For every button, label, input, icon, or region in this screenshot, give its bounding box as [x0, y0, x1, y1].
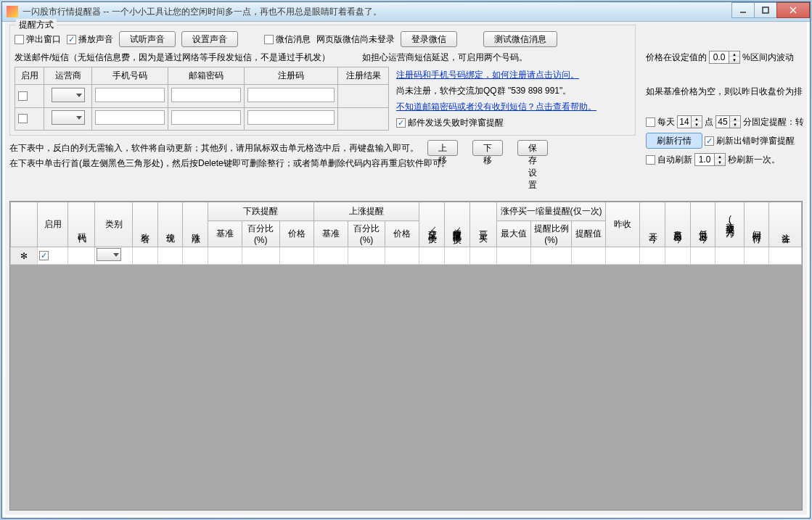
gh-type[interactable]: 类别 — [95, 202, 133, 247]
price-spinner[interactable]: ▲▼ — [709, 51, 740, 64]
grid-header: 启用 代码 类别 名称 现价 涨跌 下跌提醒 上涨提醒 成交／换手 成交／换手提… — [10, 202, 802, 265]
minute-spinner[interactable]: ▲▼ — [715, 115, 741, 128]
help-link[interactable]: 不知道邮箱密码或者没有收到短信？点击查看帮助。 — [396, 102, 596, 112]
grid-row-new[interactable]: ✻ — [11, 247, 802, 265]
mail2-enable[interactable] — [18, 114, 28, 123]
wechat-msg-checkbox[interactable]: 微信消息 — [264, 33, 311, 46]
gh-volhand[interactable]: 成交／换手 — [427, 220, 437, 228]
row-type-combo[interactable] — [97, 248, 121, 261]
instructions: 在下表中，反白的列无需输入，软件将自动更新；其他列，请用鼠标双击单元格选中后，再… — [5, 137, 640, 173]
col-regcode: 注册码 — [245, 67, 338, 85]
minimize-button[interactable] — [731, 2, 755, 18]
col-regresult: 注册结果 — [338, 67, 389, 85]
app-icon — [7, 6, 18, 17]
maximize-button[interactable] — [754, 2, 777, 18]
left-main: 提醒方式 弹出窗口 播放声音 试听声音 设置声音 微信消息 网页版微信尚未登录 … — [5, 22, 640, 173]
mail1-enable[interactable] — [18, 91, 28, 101]
mail-row-2 — [15, 107, 389, 130]
wechat-status: 网页版微信尚未登录 — [316, 33, 395, 46]
gh-enable[interactable]: 启用 — [38, 202, 68, 247]
client-area: 提醒方式 弹出窗口 播放声音 试听声音 设置声音 微信消息 网页版微信尚未登录 … — [5, 22, 807, 515]
col-carrier: 运营商 — [44, 67, 92, 85]
reminder-row1: 弹出窗口 播放声音 试听声音 设置声音 微信消息 网页版微信尚未登录 登录微信 … — [15, 28, 631, 50]
col-enable: 启用 — [15, 67, 44, 85]
window-controls — [732, 2, 810, 21]
register-link[interactable]: 注册码和手机号码绑定，如何注册请点击访问。 — [396, 70, 579, 80]
mail-right-info: 注册码和手机号码绑定，如何注册请点击访问。 尚未注册，软件交流加QQ群 "539… — [389, 65, 596, 131]
refresh-button[interactable]: 刷新行情 — [646, 133, 702, 149]
auto-refresh-checkbox[interactable]: 自动刷新 — [646, 154, 692, 166]
move-up-button[interactable]: 上移 — [427, 140, 458, 156]
hour-spinner[interactable]: ▲▼ — [677, 115, 702, 128]
row-indicator[interactable]: ✻ — [11, 247, 38, 265]
gh-rise[interactable]: 上涨提醒 — [313, 202, 419, 221]
sms-note-row: 发送邮件/短信（无短信信息费，因为是通过网络等手段发短信，不是通过手机发） 如担… — [15, 50, 631, 65]
close-button[interactable] — [776, 2, 810, 18]
mail-fail-popup-checkbox[interactable]: 邮件发送失败时弹窗提醒 — [396, 115, 596, 131]
main-window: 一闪股市行情提醒器 -- 一个小小工具让您的空闲时间多一点，再也不用总是眼睛盯着… — [1, 1, 811, 519]
mail1-phone[interactable] — [95, 88, 165, 102]
reminder-fieldset: 提醒方式 弹出窗口 播放声音 试听声音 设置声音 微信消息 网页版微信尚未登录 … — [9, 25, 636, 136]
move-down-button[interactable]: 下移 — [472, 140, 503, 156]
popup-window-checkbox[interactable]: 弹出窗口 — [15, 33, 61, 46]
data-grid: 启用 代码 类别 名称 现价 涨跌 下跌提醒 上涨提醒 成交／换手 成交／换手提… — [9, 201, 803, 511]
mail-table: 启用 运营商 手机号码 邮箱密码 注册码 注册结果 — [15, 67, 389, 131]
col-mailpwd: 邮箱密码 — [168, 67, 245, 85]
titlebar: 一闪股市行情提醒器 -- 一个小小工具让您的空闲时间多一点，再也不用总是眼睛盯着… — [2, 2, 810, 22]
svg-rect-1 — [763, 7, 768, 13]
mail2-regcode[interactable] — [247, 110, 335, 125]
gh-amount[interactable]: 成交额(万元) — [725, 218, 734, 228]
col-phone: 手机号码 — [92, 67, 168, 85]
row-enable[interactable] — [39, 251, 49, 260]
save-settings-button[interactable]: 保存设置 — [517, 140, 548, 156]
mail1-regcode[interactable] — [247, 88, 335, 102]
gh-limit[interactable]: 涨停买一缩量提醒(仅一次) — [496, 202, 606, 221]
right-panel: 价格在设定值的 ▲▼ %区间内波动 如果基准价格为空，则以昨日收盘价为排 每天 … — [643, 44, 807, 173]
gh-volhandval[interactable]: 成交／换手提醒值 — [452, 220, 462, 228]
reminder-legend: 提醒方式 — [16, 19, 57, 31]
mail2-carrier[interactable] — [52, 110, 85, 125]
play-sound-checkbox[interactable]: 播放声音 — [67, 33, 113, 46]
window-title: 一闪股市行情提醒器 -- 一个小小工具让您的空闲时间多一点，再也不用总是眼睛盯着… — [22, 6, 732, 18]
auto-refresh-spinner[interactable]: ▲▼ — [694, 153, 726, 166]
login-wechat-button[interactable]: 登录微信 — [401, 31, 457, 47]
every-day-checkbox[interactable]: 每天 — [646, 116, 675, 128]
set-sound-button[interactable]: 设置声音 — [181, 31, 238, 47]
test-wechat-button[interactable]: 测试微信消息 — [483, 31, 557, 47]
mail1-pwd[interactable] — [171, 88, 241, 102]
gh-fall[interactable]: 下跌提醒 — [208, 202, 313, 221]
mail2-pwd[interactable] — [171, 110, 241, 125]
test-sound-button[interactable]: 试听声音 — [119, 31, 176, 47]
mail2-phone[interactable] — [95, 110, 165, 125]
mail-row-1 — [15, 85, 389, 107]
refresh-error-checkbox[interactable]: 刷新出错时弹窗提醒 — [705, 135, 795, 147]
gh-prevclose[interactable]: 昨收 — [606, 202, 640, 247]
mail1-carrier[interactable] — [52, 88, 85, 102]
